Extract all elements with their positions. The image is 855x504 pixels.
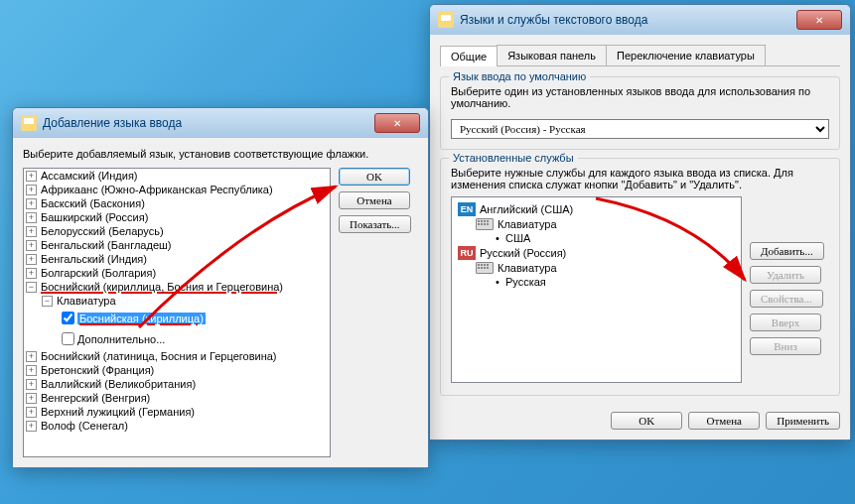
expand-icon[interactable] [26,393,37,404]
cancel-button[interactable]: Отмена [688,412,760,430]
window-title: Языки и службы текстового ввода [460,13,647,27]
titlebar[interactable]: Языки и службы текстового ввода ✕ [430,5,850,35]
installed-services-text: Выберите нужные службы для каждого языка… [451,167,829,190]
delete-button[interactable]: Удалить [750,266,821,284]
tree-row[interactable]: Башкирский (Россия) [24,210,330,224]
language-tree[interactable]: Ассамский (Индия)Африкаанс (Южно-Африкан… [23,168,331,457]
lang-ru[interactable]: RUРусский (Россия) [456,245,737,261]
expand-icon[interactable] [26,171,37,182]
add-input-language-window: Добавление языка ввода ✕ Выберите добавл… [12,107,429,468]
lang-en[interactable]: ENАнглийский (США) [456,201,737,217]
expand-icon[interactable] [26,407,37,418]
dialog-buttons: OK Отмена Применить [440,404,840,430]
close-icon[interactable]: ✕ [374,113,420,133]
expand-icon[interactable] [26,240,37,251]
tree-row[interactable]: Боснийский (латиница, Босния и Герцегови… [24,349,330,363]
tree-row[interactable]: Волоф (Сенегал) [24,419,330,433]
layout-checkbox[interactable] [62,332,74,345]
tab-key-switch[interactable]: Переключение клавиатуры [606,45,766,65]
expand-icon[interactable] [26,212,37,223]
ok-button[interactable]: OK [339,168,410,186]
default-language-select[interactable]: Русский (Россия) - Русская [451,119,829,139]
properties-button[interactable]: Свойства... [750,290,823,308]
tree-row[interactable]: Белорусский (Беларусь) [24,224,330,238]
window-icon [21,115,37,131]
default-language-group: Язык ввода по умолчанию Выберите один из… [440,76,840,150]
text-services-window: Языки и службы текстового ввода ✕ Общие … [429,4,851,441]
window-icon [438,12,454,28]
keyboard-icon [476,262,494,274]
expand-icon[interactable] [26,365,37,376]
expand-icon[interactable] [26,185,37,195]
titlebar[interactable]: Добавление языка ввода ✕ [13,108,428,138]
up-button[interactable]: Вверх [750,314,821,331]
tree-row[interactable]: Клавиатура [24,294,330,308]
tree-row[interactable]: Венгерский (Венгрия) [24,391,330,405]
down-button[interactable]: Вниз [750,337,821,355]
apply-button[interactable]: Применить [766,412,840,430]
installed-services-group: Установленные службы Выберите нужные слу… [440,158,840,396]
default-language-text: Выберите один из установленных языков вв… [451,85,829,109]
expand-icon[interactable] [26,198,37,209]
tree-row[interactable]: Болгарский (Болгария) [24,266,330,280]
tree-row[interactable]: Валлийский (Великобритания) [24,377,330,391]
expand-icon[interactable] [26,351,37,362]
tree-row[interactable]: Африкаанс (Южно-Африканская Республика) [24,183,330,196]
collapse-icon[interactable] [42,296,53,307]
legend: Установленные службы [449,152,578,164]
ok-button[interactable]: OK [611,412,682,430]
tree-row[interactable]: Ассамский (Индия) [24,169,330,183]
kb-node: Клавиатура [456,217,737,231]
layout-checkbox[interactable] [62,312,74,324]
tree-row[interactable]: Дополнительно... [24,328,330,349]
en-badge: EN [458,202,476,216]
expand-icon[interactable] [26,268,37,279]
tab-general[interactable]: Общие [440,46,498,66]
services-tree[interactable]: ENАнглийский (США) Клавиатура • США RUРу… [451,196,742,383]
collapse-icon[interactable] [26,282,37,293]
kb-node: Клавиатура [456,261,737,275]
keyboard-icon [476,218,494,230]
expand-icon[interactable] [26,421,37,432]
tree-row[interactable]: Бенгальский (Индия) [24,252,330,266]
tree-row[interactable]: Бенгальский (Бангладеш) [24,238,330,252]
ru-badge: RU [458,246,476,260]
instruction-text: Выберите добавляемый язык, установив соо… [23,148,418,160]
tree-row[interactable]: Боснийская (кириллица) [24,308,330,328]
layout-ru[interactable]: • Русская [456,275,737,289]
tree-row[interactable]: Баскский (Баскония) [24,196,330,210]
expand-icon[interactable] [26,254,37,265]
window-title: Добавление языка ввода [43,116,182,130]
layout-us[interactable]: • США [456,231,737,245]
legend: Язык ввода по умолчанию [449,70,590,82]
tree-row[interactable]: Боснийский (кириллица, Босния и Герцегов… [24,280,330,294]
tab-language-bar[interactable]: Языковая панель [497,45,607,65]
add-button[interactable]: Добавить... [750,242,824,260]
cancel-button[interactable]: Отмена [339,191,410,209]
close-icon[interactable]: ✕ [796,10,842,30]
tree-row[interactable]: Бретонский (Франция) [24,363,330,377]
tabs: Общие Языковая панель Переключение клави… [440,45,840,66]
show-button[interactable]: Показать... [339,215,411,233]
expand-icon[interactable] [26,226,37,237]
expand-icon[interactable] [26,379,37,390]
tree-row[interactable]: Верхний лужицкий (Германия) [24,405,330,419]
